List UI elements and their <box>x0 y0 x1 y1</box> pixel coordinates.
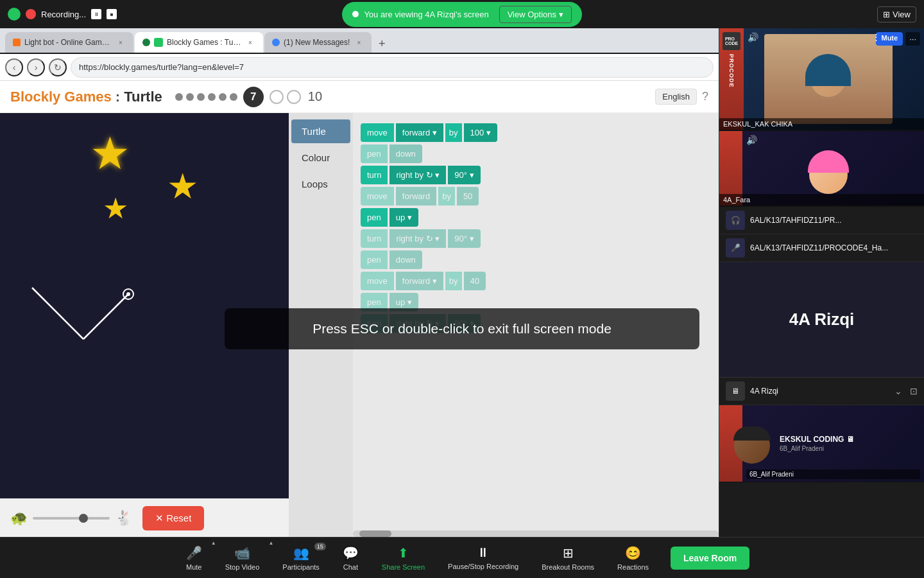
block-pen-down[interactable]: pen down <box>361 144 711 163</box>
forward-dropdown-2[interactable]: forward <box>396 187 436 206</box>
stop-video-button[interactable]: 📹 Stop Video ▲ <box>214 540 271 576</box>
block-pen-up[interactable]: pen up ▾ <box>361 208 711 227</box>
by-label-2: by <box>438 187 455 206</box>
recording-indicator: Recording... ⏸ ■ <box>8 8 117 21</box>
level-dot-2 <box>186 93 194 101</box>
teacher-face-area <box>764 34 893 124</box>
participant-1-video: PROCODE PROCODE 🔊 Mute ··· EKSKUL_KAK CH… <box>719 28 924 131</box>
pen-label-3: pen <box>361 250 388 269</box>
block-move-forward-2[interactable]: move forward by 50 <box>361 187 711 206</box>
block-turn-right-2[interactable]: turn right by ↻ ▾ 90° ▾ <box>361 229 711 248</box>
rizqi-name-card: 4A Rizqi <box>719 262 924 378</box>
distance-value[interactable]: 100 ▾ <box>464 123 497 142</box>
stop-recording-button[interactable]: ■ <box>107 9 117 19</box>
reactions-label: Reactions <box>617 563 649 571</box>
block-pen-down-2[interactable]: pen down <box>361 250 711 269</box>
speed-slider[interactable] <box>33 517 110 520</box>
participant-4-icon: 🎤 <box>726 238 745 258</box>
reload-button[interactable]: ↻ <box>49 58 67 76</box>
block-move-forward-3[interactable]: move forward ▾ by 40 <box>361 272 711 290</box>
new-tab-button[interactable]: + <box>373 35 391 53</box>
reset-button[interactable]: ✕ Reset <box>142 506 204 530</box>
share-screen-icon: ⬆ <box>398 545 409 561</box>
participant-3-icon: 🎧 <box>726 211 745 230</box>
forward-3[interactable]: forward ▾ <box>396 272 443 290</box>
participants-icon: 👥 <box>293 545 309 561</box>
procode-sidebar-1: PROCODE PROCODE <box>719 28 744 130</box>
tab-messages-close[interactable]: × <box>354 37 364 48</box>
more-button-1[interactable]: ··· <box>905 32 920 46</box>
star-1: ★ <box>90 127 130 180</box>
options-icon-1[interactable]: ⋮ <box>872 32 880 42</box>
breakout-label: Breakout Rooms <box>542 563 594 571</box>
recording-icon <box>26 9 36 19</box>
view-options-button[interactable]: View Options ▾ <box>499 6 572 23</box>
forward-dropdown[interactable]: forward ▾ <box>396 123 443 142</box>
zoom-top-bar: Recording... ⏸ ■ You are viewing 4A Rizq… <box>0 0 924 28</box>
procode-text-1: PROCODE <box>728 54 735 88</box>
tab-lightbot-favicon <box>13 39 21 46</box>
level-dot-1 <box>175 93 183 101</box>
participant-5-row: 🖥 4A Rizqi ⌄ ⊡ <box>719 378 924 405</box>
breakout-rooms-button[interactable]: ⊞ Breakout Rooms <box>530 540 606 576</box>
participants-button[interactable]: 👥 Participants 15 <box>271 540 330 576</box>
pen-up-dropdown[interactable]: up ▾ <box>389 208 418 227</box>
level-dot-6 <box>230 93 237 101</box>
pen-down-dropdown[interactable]: down <box>389 144 422 163</box>
address-bar[interactable] <box>71 57 714 78</box>
pause-stop-icon: ⏸ <box>477 545 490 560</box>
tab-blockly-favicon <box>142 39 150 46</box>
turn-dir-2[interactable]: right by ↻ ▾ <box>389 229 446 248</box>
tab-blockly[interactable]: Blockly Games : Turtle × <box>135 32 263 53</box>
category-colour[interactable]: Colour <box>291 146 350 170</box>
chevron-down-icon-5[interactable]: ⌄ <box>894 386 902 396</box>
game-canvas[interactable]: ★ ★ ★ <box>0 89 289 498</box>
viewing-dot-icon <box>352 11 359 17</box>
scrollbar-thumb[interactable] <box>359 530 391 537</box>
view-label[interactable]: ⊞ View <box>877 6 916 22</box>
level-dot-3 <box>197 93 205 101</box>
blockly-title: Blockly Games : Turtle <box>10 89 162 105</box>
speed-slider-thumb[interactable] <box>79 514 88 523</box>
chat-label: Chat <box>343 563 358 571</box>
close-help-button[interactable]: ? <box>702 90 708 103</box>
horizontal-scrollbar[interactable] <box>353 530 719 537</box>
stop-share-icon-5[interactable]: ⊡ <box>910 386 918 396</box>
pause-recording-button[interactable]: ⏸ <box>91 9 101 19</box>
tab-lightbot[interactable]: Light bot - Online Game | Game... × <box>5 32 133 53</box>
forward-button[interactable]: › <box>27 58 45 76</box>
reactions-button[interactable]: 😊 Reactions <box>606 540 660 576</box>
turn-angle-2[interactable]: 90° ▾ <box>448 229 480 248</box>
pen-down-2[interactable]: down <box>389 250 422 269</box>
pen-label-1: pen <box>361 144 388 163</box>
turn-angle-dropdown[interactable]: 90° ▾ <box>448 166 480 184</box>
tab-messages-favicon <box>272 39 280 46</box>
block-turn-right[interactable]: turn right by ↻ ▾ 90° ▾ <box>361 166 711 184</box>
language-button[interactable]: English <box>655 89 697 105</box>
leave-room-button[interactable]: Leave Room <box>671 547 749 570</box>
tab-blockly-icon <box>154 38 163 47</box>
level-indicators: 7 10 <box>175 87 322 107</box>
participant-1-name: EKSKUL_KAK CHIKA <box>719 118 924 130</box>
viewing-banner: You are viewing 4A Rizqi's screen View O… <box>342 2 581 27</box>
share-screen-button[interactable]: ⬆ Share Screen <box>370 540 436 576</box>
tab-blockly-title: Blockly Games : Turtle <box>167 38 241 47</box>
current-level-badge[interactable]: 7 <box>243 87 264 107</box>
turn-direction-dropdown[interactable]: right by ↻ ▾ <box>389 166 446 184</box>
svg-line-0 <box>32 288 83 339</box>
reactions-icon: 😊 <box>625 545 641 561</box>
category-turtle[interactable]: Turtle <box>291 119 350 143</box>
pause-stop-recording-button[interactable]: ⏸ Pause/Stop Recording <box>436 540 530 575</box>
distance-value-2[interactable]: 50 <box>457 187 479 206</box>
mute-button[interactable]: 🎤 Mute ▲ <box>175 540 214 576</box>
tab-messages[interactable]: (1) New Messages! × <box>264 32 372 53</box>
viewing-text: You are viewing 4A Rizqi's screen <box>364 10 488 19</box>
participant-1-controls: Mute ··· <box>876 32 920 46</box>
back-button[interactable]: ‹ <box>5 58 23 76</box>
tab-blockly-close[interactable]: × <box>245 37 255 48</box>
distance-3[interactable]: 40 <box>464 272 486 290</box>
tab-lightbot-close[interactable]: × <box>116 37 126 48</box>
chat-button[interactable]: 💬 Chat <box>331 540 370 576</box>
block-move-forward[interactable]: move forward ▾ by 100 ▾ <box>361 123 711 142</box>
category-loops[interactable]: Loops <box>291 172 350 196</box>
